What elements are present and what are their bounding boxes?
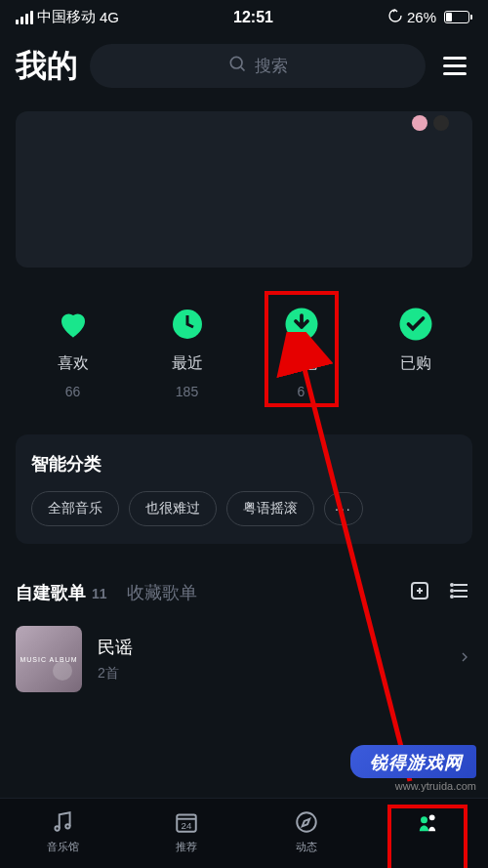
- tab-favorite-playlists[interactable]: 收藏歌单: [127, 581, 197, 604]
- download-icon: [282, 305, 321, 344]
- clock-icon: [168, 305, 207, 344]
- svg-point-2: [285, 309, 317, 341]
- battery-icon: [440, 11, 472, 23]
- nav-moments[interactable]: 动态: [293, 808, 320, 854]
- nav-label: 动态: [296, 840, 317, 854]
- svg-point-13: [298, 812, 317, 832]
- svg-point-14: [421, 816, 427, 823]
- tab-created-playlists[interactable]: 自建歌单 11: [16, 581, 107, 604]
- status-bar: 中国移动 4G 12:51 26%: [0, 0, 488, 34]
- smart-category-title: 智能分类: [31, 452, 457, 475]
- manage-playlist-button[interactable]: [449, 579, 472, 606]
- search-placeholder: 搜索: [255, 55, 288, 77]
- playlist-section: 自建歌单 11 收藏歌单 MUSIC ALBUM 民谣 2首: [0, 556, 488, 712]
- avatar: [433, 115, 449, 131]
- menu-button[interactable]: [437, 51, 472, 81]
- svg-text:24: 24: [181, 820, 191, 831]
- bottom-nav: 音乐馆 24 推荐 动态: [0, 798, 488, 868]
- playlist-tabs: 自建歌单 11 收藏歌单: [16, 579, 472, 606]
- watermark-url: www.ytruida.com: [350, 780, 476, 792]
- svg-point-5: [451, 584, 453, 586]
- rotation-lock-icon: [387, 8, 403, 26]
- search-input[interactable]: 搜索: [90, 44, 426, 88]
- chip-more[interactable]: ···: [324, 492, 363, 525]
- compass-icon: [293, 808, 320, 836]
- playlist-cover: MUSIC ALBUM: [16, 626, 82, 692]
- status-left: 中国移动 4G: [16, 8, 119, 26]
- shortcut-label: 最近: [172, 353, 203, 374]
- header: 我的 搜索: [0, 34, 488, 103]
- status-right: 26%: [387, 8, 472, 26]
- person-icon: [414, 808, 441, 836]
- music-icon: [49, 808, 76, 836]
- network-label: 4G: [100, 9, 119, 25]
- svg-point-9: [56, 826, 60, 830]
- chip-all-music[interactable]: 全部音乐: [31, 491, 119, 526]
- library-shortcuts: 喜欢 66 最近 185 本地 6 已购: [0, 275, 488, 423]
- shortcut-purchased[interactable]: 已购: [396, 305, 435, 399]
- chip-sad[interactable]: 也很难过: [129, 491, 217, 526]
- search-icon: [227, 54, 247, 78]
- tab-count: 11: [92, 586, 107, 601]
- shortcut-label: 本地: [286, 353, 317, 374]
- shortcut-local[interactable]: 本地 6: [282, 305, 321, 399]
- shortcut-recent[interactable]: 最近 185: [168, 305, 207, 399]
- chip-cantonese-rock[interactable]: 粤语摇滚: [226, 491, 314, 526]
- shortcut-count: 66: [65, 384, 81, 399]
- tab-label: 自建歌单: [16, 581, 86, 604]
- check-icon: [396, 305, 435, 344]
- watermark-text: 锐得游戏网: [350, 745, 476, 778]
- tab-label: 收藏歌单: [127, 581, 197, 604]
- smart-category-card: 智能分类 全部音乐 也很难过 粤语摇滚 ···: [16, 434, 472, 544]
- shortcut-label: 已购: [400, 353, 431, 374]
- shortcut-label: 喜欢: [58, 353, 89, 374]
- category-chips: 全部音乐 也很难过 粤语摇滚 ···: [31, 491, 457, 526]
- svg-point-6: [451, 590, 453, 592]
- avatar: [412, 115, 427, 131]
- nav-mine[interactable]: [414, 808, 441, 854]
- playlist-info: 民谣 2首: [98, 636, 441, 682]
- banner-card[interactable]: [16, 111, 472, 268]
- svg-point-10: [66, 824, 70, 828]
- shortcut-count: 6: [298, 384, 305, 399]
- clock: 12:51: [233, 9, 273, 26]
- shortcut-likes[interactable]: 喜欢 66: [54, 305, 93, 399]
- banner-avatars: [412, 115, 449, 131]
- heart-icon: [54, 305, 93, 344]
- nav-label: 推荐: [176, 840, 197, 854]
- nav-recommend[interactable]: 24 推荐: [173, 808, 200, 854]
- add-playlist-button[interactable]: [408, 579, 431, 606]
- page-title: 我的: [16, 45, 78, 88]
- playlist-item[interactable]: MUSIC ALBUM 民谣 2首: [16, 606, 472, 712]
- svg-point-7: [451, 596, 453, 598]
- shortcut-count: 185: [176, 384, 198, 399]
- carrier-label: 中国移动: [37, 8, 96, 26]
- signal-icon: [16, 11, 33, 24]
- chevron-right-icon: [457, 649, 472, 669]
- svg-point-0: [230, 57, 242, 68]
- nav-music-hall[interactable]: 音乐馆: [47, 808, 79, 854]
- playlist-meta: 2首: [98, 665, 441, 682]
- hamburger-icon: [443, 57, 467, 60]
- calendar-icon: 24: [173, 808, 200, 836]
- nav-label: 音乐馆: [47, 840, 79, 854]
- battery-pct: 26%: [407, 9, 436, 25]
- playlist-name: 民谣: [98, 636, 441, 659]
- watermark: 锐得游戏网 www.ytruida.com: [350, 745, 476, 792]
- svg-point-15: [429, 814, 435, 820]
